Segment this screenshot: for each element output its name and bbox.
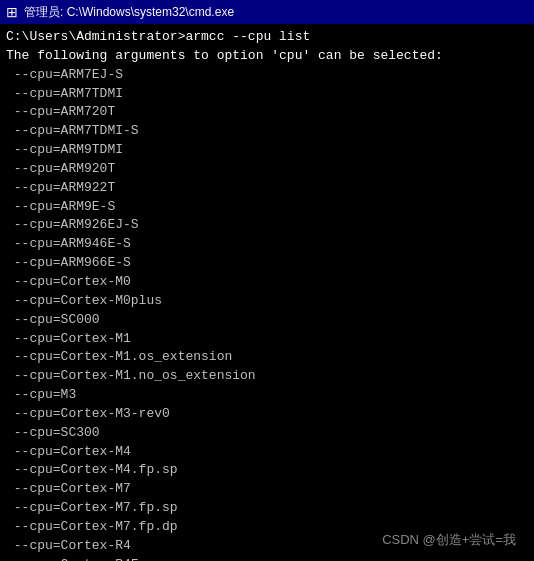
terminal-line: --cpu=ARM9TDMI <box>6 141 528 160</box>
terminal-line: --cpu=ARM922T <box>6 179 528 198</box>
terminal-line: --cpu=ARM946E-S <box>6 235 528 254</box>
terminal-line: --cpu=Cortex-M0plus <box>6 292 528 311</box>
terminal-output: C:\Users\Administrator>armcc --cpu listT… <box>6 28 528 561</box>
terminal-line: --cpu=Cortex-M7 <box>6 480 528 499</box>
terminal-line: --cpu=ARM7TDMI-S <box>6 122 528 141</box>
terminal-line: --cpu=ARM920T <box>6 160 528 179</box>
terminal-line: --cpu=Cortex-M1.os_extension <box>6 348 528 367</box>
terminal-line: --cpu=Cortex-M4 <box>6 443 528 462</box>
watermark: CSDN @创造+尝试=我 <box>382 531 516 549</box>
terminal-line: --cpu=M3 <box>6 386 528 405</box>
terminal-line: --cpu=Cortex-M1.no_os_extension <box>6 367 528 386</box>
cmd-icon: ⊞ <box>6 4 18 20</box>
titlebar-text: 管理员: C:\Windows\system32\cmd.exe <box>24 4 528 21</box>
terminal-line: --cpu=SC000 <box>6 311 528 330</box>
terminal-line: --cpu=Cortex-M3-rev0 <box>6 405 528 424</box>
window: ⊞ 管理员: C:\Windows\system32\cmd.exe C:\Us… <box>0 0 534 561</box>
terminal-line: --cpu=ARM9E-S <box>6 198 528 217</box>
terminal-line: --cpu=Cortex-M4.fp.sp <box>6 461 528 480</box>
terminal-line: --cpu=ARM966E-S <box>6 254 528 273</box>
terminal-line: --cpu=SC300 <box>6 424 528 443</box>
terminal-line: --cpu=ARM720T <box>6 103 528 122</box>
terminal-line: --cpu=Cortex-R4F <box>6 556 528 561</box>
terminal-line: C:\Users\Administrator>armcc --cpu list <box>6 28 528 47</box>
terminal-line: --cpu=ARM7TDMI <box>6 85 528 104</box>
terminal[interactable]: C:\Users\Administrator>armcc --cpu listT… <box>0 24 534 561</box>
titlebar: ⊞ 管理员: C:\Windows\system32\cmd.exe <box>0 0 534 24</box>
terminal-line: --cpu=Cortex-M7.fp.sp <box>6 499 528 518</box>
terminal-line: --cpu=ARM7EJ-S <box>6 66 528 85</box>
terminal-line: --cpu=Cortex-M1 <box>6 330 528 349</box>
terminal-line: --cpu=Cortex-M0 <box>6 273 528 292</box>
terminal-line: The following arguments to option 'cpu' … <box>6 47 528 66</box>
terminal-line: --cpu=ARM926EJ-S <box>6 216 528 235</box>
